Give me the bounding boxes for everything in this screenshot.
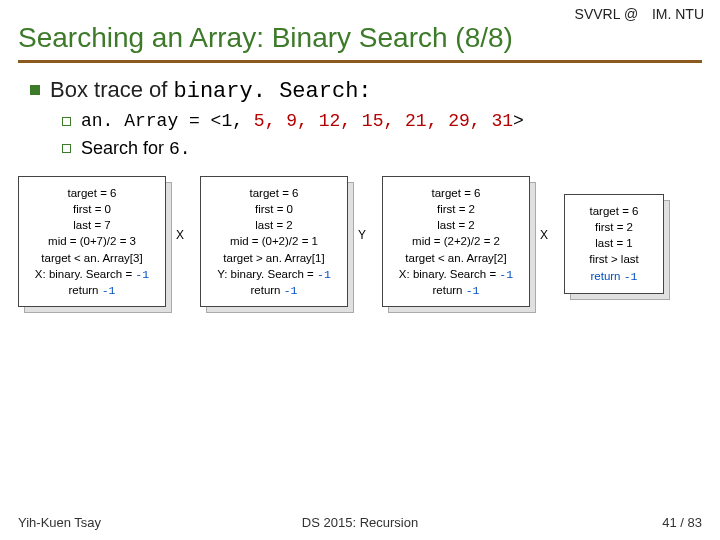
box3-cmp: target < an. Array[2] xyxy=(389,252,523,265)
box3-return: return -1 xyxy=(389,284,523,297)
trace-box-1: target = 6 first = 0 last = 7 mid = (0+7… xyxy=(18,176,166,308)
box3-last: last = 2 xyxy=(389,219,523,232)
bullet-level2-b: Search for 6. xyxy=(62,137,702,161)
box2-return: return -1 xyxy=(207,284,341,297)
box4-target: target = 6 xyxy=(569,205,659,218)
box1-cmp: target < an. Array[3] xyxy=(25,252,159,265)
b2a-pre: an. Array = <1, xyxy=(81,111,254,131)
bullet-hollow-square-icon xyxy=(62,144,71,153)
footer-course: DS 2015: Recursion xyxy=(0,515,720,530)
box3-first: first = 2 xyxy=(389,203,523,216)
bullet1-code: binary. Search: xyxy=(174,79,372,104)
box2-cmp: target > an. Array[1] xyxy=(207,252,341,265)
box1-call: X: binary. Search = -1 xyxy=(25,268,159,281)
box3-call: X: binary. Search = -1 xyxy=(389,268,523,281)
box1-first: first = 0 xyxy=(25,203,159,216)
header-right-text: IM. NTU xyxy=(652,6,704,22)
trace-box-2: target = 6 first = 0 last = 2 mid = (0+2… xyxy=(200,176,348,308)
b2b-code: 6. xyxy=(169,139,191,159)
box2-first: first = 0 xyxy=(207,203,341,216)
b2b-pre: Search for xyxy=(81,138,169,158)
connector-3: X xyxy=(540,228,548,242)
box1-last: last = 7 xyxy=(25,219,159,232)
header-right: SVVRL @ IM. NTU xyxy=(575,6,704,22)
header-left-text: SVVRL @ xyxy=(575,6,639,22)
slide-title: Searching an Array: Binary Search (8/8) xyxy=(18,22,702,63)
box2-call: Y: binary. Search = -1 xyxy=(207,268,341,281)
trace-box-4: target = 6 first = 2 last = 1 first > la… xyxy=(564,194,664,294)
bullet2a-text: an. Array = <1, 5, 9, 12, 15, 21, 29, 31… xyxy=(81,110,524,133)
box1-target: target = 6 xyxy=(25,187,159,200)
connector-2: Y xyxy=(358,228,366,242)
box3-mid: mid = (2+2)/2 = 2 xyxy=(389,235,523,248)
box2-mid: mid = (0+2)/2 = 1 xyxy=(207,235,341,248)
b2a-post: > xyxy=(513,111,524,131)
box2-last: last = 2 xyxy=(207,219,341,232)
trace-box-3: target = 6 first = 2 last = 2 mid = (2+2… xyxy=(382,176,530,308)
box4-first: first = 2 xyxy=(569,221,659,234)
box4-return: return -1 xyxy=(569,270,659,283)
box4-last: last = 1 xyxy=(569,237,659,250)
connector-1: X xyxy=(176,228,184,242)
bullet-square-icon xyxy=(30,85,40,95)
bullet2b-text: Search for 6. xyxy=(81,137,191,161)
footer-page: 41 / 83 xyxy=(662,515,702,530)
slide: SVVRL @ IM. NTU Searching an Array: Bina… xyxy=(0,0,720,540)
box3-target: target = 6 xyxy=(389,187,523,200)
box4-cmp: first > last xyxy=(569,253,659,266)
box2-target: target = 6 xyxy=(207,187,341,200)
bullet-hollow-square-icon xyxy=(62,117,71,126)
bullet-level1: Box trace of binary. Search: xyxy=(30,77,702,104)
b2a-red: 5, 9, 12, 15, 21, 29, 31 xyxy=(254,111,513,131)
box1-mid: mid = (0+7)/2 = 3 xyxy=(25,235,159,248)
bullet1-pre: Box trace of xyxy=(50,77,174,102)
bullet1-text: Box trace of binary. Search: xyxy=(50,77,372,104)
box1-return: return -1 xyxy=(25,284,159,297)
trace-area: target = 6 first = 0 last = 7 mid = (0+7… xyxy=(18,176,702,436)
bullet-level2-a: an. Array = <1, 5, 9, 12, 15, 21, 29, 31… xyxy=(62,110,702,133)
